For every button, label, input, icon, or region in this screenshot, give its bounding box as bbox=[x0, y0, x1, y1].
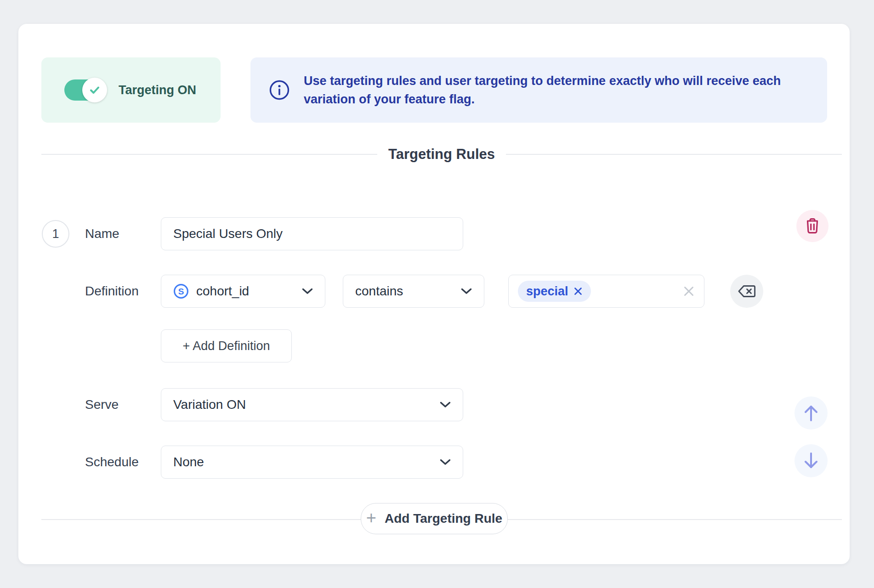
chevron-down-icon bbox=[461, 288, 472, 294]
add-targeting-rule-button[interactable]: + Add Targeting Rule bbox=[361, 503, 508, 534]
chevron-down-icon bbox=[302, 288, 313, 294]
add-definition-button[interactable]: + Add Definition bbox=[161, 329, 292, 362]
remove-definition-button[interactable] bbox=[730, 275, 763, 308]
values-tag-input[interactable]: special bbox=[508, 275, 704, 308]
section-title: Targeting Rules bbox=[388, 146, 495, 163]
rule-name-row: Name Special Users Only bbox=[85, 217, 463, 250]
rule-serve-row: Serve Variation ON bbox=[85, 388, 463, 421]
move-rule-down-button[interactable] bbox=[795, 444, 828, 477]
info-banner: Use targeting rules and user targeting t… bbox=[250, 57, 827, 123]
rule-name-input[interactable]: Special Users Only bbox=[161, 217, 463, 250]
toggle-knob bbox=[82, 78, 107, 102]
chevron-down-icon bbox=[440, 401, 451, 408]
value-chip: special bbox=[518, 281, 591, 302]
schedule-label: Schedule bbox=[85, 455, 161, 469]
targeting-rules-header: Targeting Rules bbox=[41, 142, 842, 166]
plus-icon: + bbox=[366, 509, 376, 526]
serve-select-value: Variation ON bbox=[173, 397, 246, 412]
value-chip-label: special bbox=[526, 284, 568, 299]
add-targeting-rule-label: Add Targeting Rule bbox=[385, 511, 502, 526]
move-rule-up-button[interactable] bbox=[795, 396, 828, 430]
schedule-select[interactable]: None bbox=[161, 446, 463, 479]
check-icon bbox=[90, 86, 100, 94]
definition-label: Definition bbox=[85, 284, 161, 299]
attribute-select[interactable]: S cohort_id bbox=[161, 275, 325, 308]
backspace-icon bbox=[738, 285, 756, 298]
statsig-s-icon: S bbox=[173, 283, 189, 299]
svg-text:S: S bbox=[178, 287, 184, 296]
info-icon bbox=[269, 79, 290, 101]
schedule-select-value: None bbox=[173, 455, 204, 469]
x-icon bbox=[683, 285, 695, 297]
targeting-panel: Targeting ON Use targeting rules and use… bbox=[18, 24, 850, 564]
serve-label: Serve bbox=[85, 397, 161, 412]
info-banner-text: Use targeting rules and user targeting t… bbox=[304, 72, 818, 108]
arrow-down-icon bbox=[803, 451, 819, 470]
x-icon[interactable] bbox=[573, 287, 583, 296]
rule-definition-row: Definition S cohort_id contains special bbox=[85, 275, 704, 308]
divider bbox=[41, 154, 377, 155]
clear-values-button[interactable] bbox=[683, 285, 695, 297]
rule-name-value: Special Users Only bbox=[173, 226, 283, 241]
add-definition-row: + Add Definition bbox=[161, 329, 292, 362]
targeting-toggle-box: Targeting ON bbox=[41, 57, 221, 123]
name-label: Name bbox=[85, 226, 161, 241]
targeting-toggle[interactable] bbox=[64, 79, 105, 101]
divider bbox=[506, 154, 842, 155]
arrow-up-icon bbox=[803, 403, 819, 423]
chevron-down-icon bbox=[440, 459, 451, 465]
delete-rule-button[interactable] bbox=[796, 210, 829, 242]
rule-number-badge: 1 bbox=[42, 220, 69, 248]
rule-schedule-row: Schedule None bbox=[85, 446, 463, 479]
serve-select[interactable]: Variation ON bbox=[161, 388, 463, 421]
attribute-select-value: cohort_id bbox=[196, 284, 249, 299]
operator-select[interactable]: contains bbox=[343, 275, 484, 308]
targeting-toggle-label: Targeting ON bbox=[119, 83, 196, 97]
trash-icon bbox=[805, 217, 820, 235]
operator-select-value: contains bbox=[355, 284, 403, 299]
